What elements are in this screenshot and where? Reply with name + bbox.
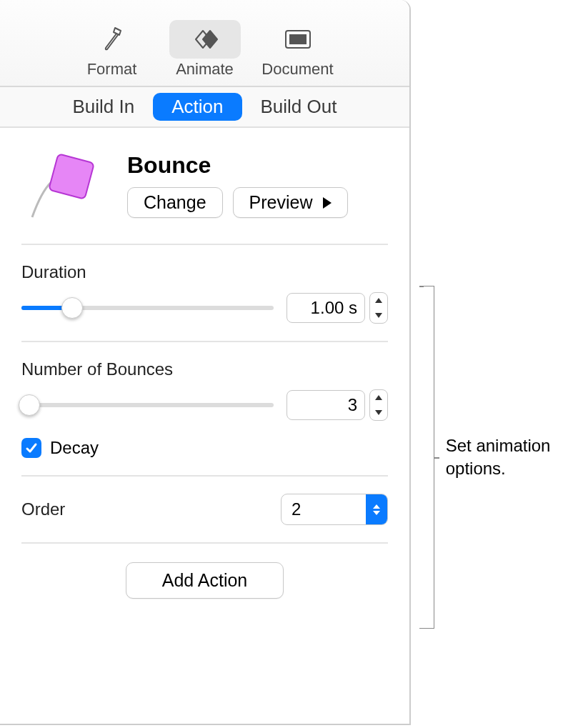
stepper-down-icon[interactable] <box>370 405 387 420</box>
tab-action[interactable]: Action <box>153 93 241 121</box>
format-icon <box>76 20 148 59</box>
bounces-field[interactable]: 3 <box>287 390 365 420</box>
order-value: 2 <box>281 499 366 519</box>
svg-rect-1 <box>289 34 307 44</box>
bounces-slider[interactable] <box>21 398 274 412</box>
duration-stepper[interactable] <box>369 292 388 324</box>
toolbar-document-label: Document <box>255 60 341 79</box>
document-icon <box>262 20 334 59</box>
decay-label: Decay <box>50 438 99 458</box>
toolbar-format-label: Format <box>69 60 155 79</box>
inspector-toolbar: Format Animate Document <box>0 0 409 87</box>
stepper-up-icon[interactable] <box>370 293 387 308</box>
add-action-button[interactable]: Add Action <box>126 562 284 599</box>
stepper-up-icon[interactable] <box>370 390 387 405</box>
duration-section: Duration 1.00 s <box>21 245 388 342</box>
annotation-callout: Set animation options. <box>424 286 568 629</box>
inspector-panel: Format Animate Document Build In Action <box>0 0 411 725</box>
order-select[interactable]: 2 <box>281 494 388 525</box>
order-label: Order <box>21 499 65 519</box>
animate-icon <box>169 20 241 59</box>
select-chevrons-icon <box>366 494 387 524</box>
play-icon <box>323 197 332 209</box>
toolbar-animate[interactable]: Animate <box>162 20 248 79</box>
toolbar-document[interactable]: Document <box>255 20 341 79</box>
bounces-stepper[interactable] <box>369 389 388 421</box>
duration-field[interactable]: 1.00 s <box>287 293 365 323</box>
stepper-down-icon[interactable] <box>370 308 387 323</box>
preview-button-label: Preview <box>249 192 313 213</box>
effect-name: Bounce <box>127 152 388 179</box>
add-action-label: Add Action <box>162 570 248 590</box>
callout-bracket <box>424 286 434 629</box>
toolbar-format[interactable]: Format <box>69 20 155 79</box>
toolbar-animate-label: Animate <box>162 60 248 79</box>
bounces-label: Number of Bounces <box>21 359 388 379</box>
duration-label: Duration <box>21 262 388 282</box>
change-button[interactable]: Change <box>127 187 223 218</box>
preview-button[interactable]: Preview <box>233 187 348 218</box>
tab-build-in[interactable]: Build In <box>54 93 154 121</box>
effect-thumbnail <box>21 149 114 226</box>
callout-text: Set animation options. <box>446 434 568 481</box>
svg-rect-2 <box>49 154 94 199</box>
bounces-section: Number of Bounces 3 Decay <box>21 342 388 477</box>
order-section: Order 2 <box>21 477 388 544</box>
tab-build-out[interactable]: Build Out <box>242 93 356 121</box>
build-tabs: Build In Action Build Out <box>0 87 409 128</box>
change-button-label: Change <box>144 192 206 213</box>
effect-header: Bounce Change Preview <box>21 149 388 245</box>
duration-slider[interactable] <box>21 301 274 315</box>
decay-checkbox[interactable] <box>21 438 41 458</box>
